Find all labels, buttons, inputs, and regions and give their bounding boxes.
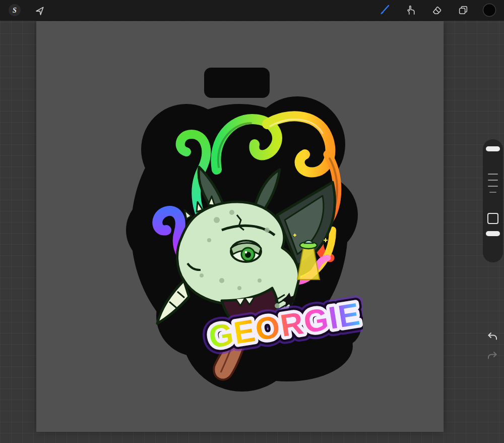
toolbar-right-group xyxy=(370,3,504,18)
eraser-icon xyxy=(431,5,443,16)
smudge-finger-icon xyxy=(405,5,416,16)
transform-arrow-icon xyxy=(36,6,45,15)
slider-track-marks xyxy=(488,174,498,193)
layers-button[interactable] xyxy=(456,3,471,18)
selection-s-glyph: S xyxy=(13,7,17,14)
smudge-tool-button[interactable] xyxy=(403,3,418,18)
top-toolbar: S xyxy=(0,0,504,20)
opacity-slider[interactable] xyxy=(486,231,500,236)
transform-tool-button[interactable] xyxy=(33,3,48,18)
redo-button[interactable] xyxy=(484,347,501,364)
artwork-georgie-sticker: GEORGIE GEORGIE GEORGIE xyxy=(116,64,363,397)
color-swatch-button[interactable] xyxy=(482,3,497,18)
layers-icon xyxy=(458,5,469,16)
brush-size-slider[interactable] xyxy=(486,146,500,151)
redo-icon xyxy=(486,350,498,362)
brush-tool-button[interactable] xyxy=(377,3,392,18)
modify-button[interactable] xyxy=(487,213,498,224)
undo-icon xyxy=(486,330,498,343)
current-color-swatch xyxy=(482,3,496,17)
brush-icon xyxy=(379,4,391,16)
selection-tool-button[interactable]: S xyxy=(7,3,22,18)
eraser-tool-button[interactable] xyxy=(429,3,445,18)
sidebar-panel xyxy=(483,139,503,262)
toolbar-left-group: S xyxy=(0,3,55,18)
drawing-canvas[interactable]: GEORGIE GEORGIE GEORGIE xyxy=(36,21,444,432)
undo-button[interactable] xyxy=(484,328,501,345)
